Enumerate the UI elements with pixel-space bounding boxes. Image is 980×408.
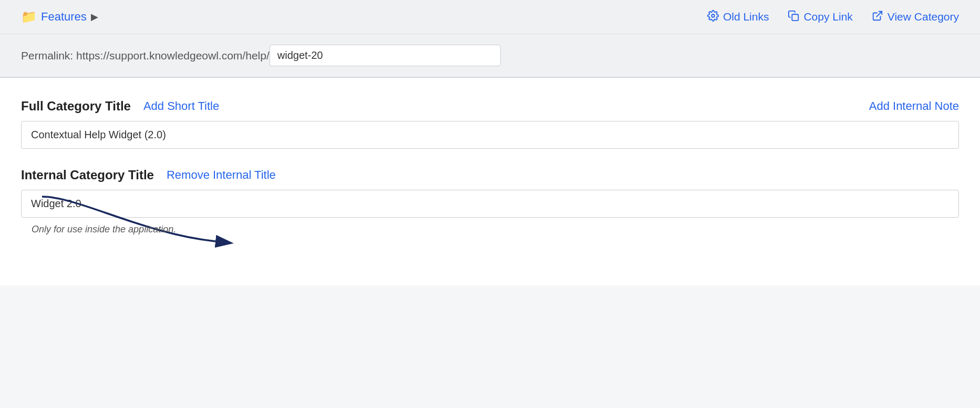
folder-icon: 📁 <box>21 9 37 24</box>
permalink-label: Permalink: https://support.knowledgeowl.… <box>21 49 270 62</box>
old-links-label: Old Links <box>723 11 769 23</box>
view-category-button[interactable]: View Category <box>872 10 959 24</box>
svg-line-2 <box>876 11 882 16</box>
internal-category-title-label: Internal Category Title <box>21 168 154 182</box>
old-links-button[interactable]: Old Links <box>707 10 769 24</box>
internal-title-note-wrapper: Only for use inside the application. <box>21 224 959 235</box>
full-category-title-input[interactable] <box>21 121 959 149</box>
permalink-input[interactable] <box>270 45 501 66</box>
copy-icon <box>788 10 799 24</box>
remove-internal-title-button[interactable]: Remove Internal Title <box>167 168 276 182</box>
breadcrumb: 📁 Features ▶ <box>21 9 98 24</box>
full-category-title-header: Full Category Title Add Short Title Add … <box>21 99 959 114</box>
copy-link-button[interactable]: Copy Link <box>788 10 852 24</box>
view-category-label: View Category <box>888 11 959 23</box>
svg-rect-1 <box>792 14 799 21</box>
add-short-title-button[interactable]: Add Short Title <box>143 99 219 113</box>
top-actions: Old Links Copy Link View Category <box>707 10 959 24</box>
full-category-title-header-left: Full Category Title Add Short Title <box>21 99 219 114</box>
gear-icon <box>707 10 719 24</box>
breadcrumb-label: Features <box>41 10 87 24</box>
permalink-bar: Permalink: https://support.knowledgeowl.… <box>0 34 980 78</box>
internal-category-title-header: Internal Category Title Remove Internal … <box>21 168 959 182</box>
full-category-title-section: Full Category Title Add Short Title Add … <box>21 99 959 149</box>
internal-title-note: Only for use inside the application. <box>21 224 176 234</box>
svg-point-0 <box>711 14 715 17</box>
internal-category-title-input[interactable] <box>21 190 959 218</box>
add-internal-note-button[interactable]: Add Internal Note <box>869 99 959 113</box>
main-content: Full Category Title Add Short Title Add … <box>0 78 980 285</box>
top-bar: 📁 Features ▶ Old Links Copy Lin <box>0 0 980 34</box>
full-category-title-label: Full Category Title <box>21 99 131 114</box>
internal-category-title-section: Internal Category Title Remove Internal … <box>21 168 959 235</box>
features-breadcrumb-link[interactable]: 📁 Features <box>21 9 87 24</box>
breadcrumb-arrow: ▶ <box>91 11 98 23</box>
copy-link-label: Copy Link <box>803 11 852 23</box>
external-link-icon <box>872 10 883 24</box>
internal-category-title-header-left: Internal Category Title Remove Internal … <box>21 168 276 182</box>
